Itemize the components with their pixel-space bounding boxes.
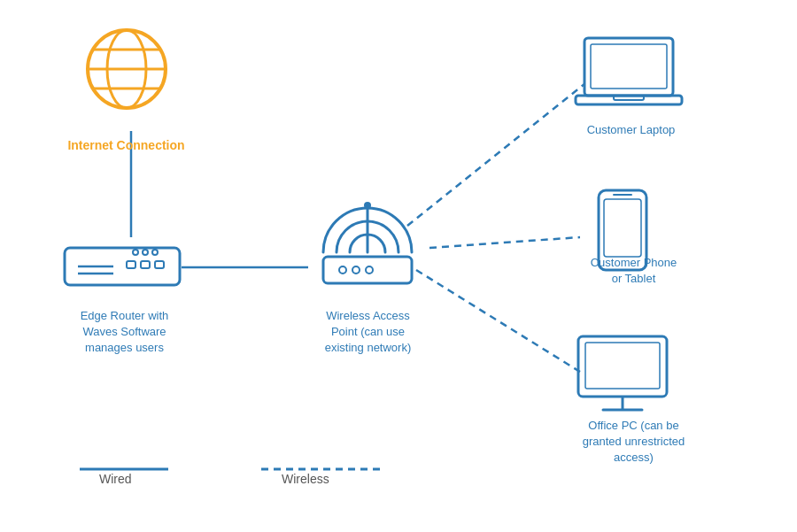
phone-label-text: Customer Phoneor Tablet	[591, 256, 677, 285]
svg-point-22	[364, 202, 371, 209]
legend-wireless-label: Wireless	[282, 472, 329, 486]
svg-line-3	[429, 237, 580, 248]
svg-point-24	[339, 266, 346, 274]
legend-wired-label: Wired	[99, 472, 132, 486]
svg-point-25	[352, 266, 360, 274]
wap-label: Wireless AccessPoint (can useexisting ne…	[290, 308, 445, 357]
svg-rect-17	[155, 261, 164, 268]
svg-rect-35	[578, 336, 667, 397]
wap-label-text: Wireless AccessPoint (can useexisting ne…	[325, 309, 412, 354]
svg-point-20	[152, 250, 158, 255]
svg-point-19	[143, 250, 148, 255]
svg-point-18	[133, 250, 138, 255]
legend-wireless: Wireless	[282, 472, 329, 486]
laptop-icon	[567, 34, 691, 117]
internet-label: Internet Connection	[53, 137, 199, 153]
wap-icon	[306, 190, 429, 300]
router-icon	[60, 235, 184, 296]
diagram-container: Internet Connection Edge Router withWave…	[0, 0, 797, 532]
pc-icon	[569, 332, 676, 424]
svg-rect-16	[141, 261, 150, 268]
laptop-label-text: Customer Laptop	[587, 123, 676, 136]
phone-label: Customer Phoneor Tablet	[561, 255, 707, 287]
svg-rect-30	[614, 96, 644, 100]
svg-rect-15	[127, 261, 135, 268]
router-label: Edge Router withWaves Softwaremanages us…	[51, 308, 197, 357]
svg-point-26	[366, 266, 373, 274]
internet-label-text: Internet Connection	[67, 138, 184, 152]
router-label-text: Edge Router withWaves Softwaremanages us…	[81, 309, 169, 354]
svg-line-2	[407, 84, 584, 226]
laptop-label: Customer Laptop	[562, 122, 700, 138]
svg-rect-32	[604, 199, 641, 257]
svg-rect-28	[591, 44, 667, 89]
legend-wired: Wired	[99, 472, 132, 486]
internet-icon	[78, 25, 175, 117]
pc-label: Office PC (can begranted unrestrictedacc…	[552, 418, 716, 466]
svg-rect-36	[585, 343, 660, 389]
svg-rect-23	[323, 257, 412, 283]
pc-label-text: Office PC (can begranted unrestrictedacc…	[583, 419, 685, 464]
svg-rect-27	[584, 38, 673, 96]
